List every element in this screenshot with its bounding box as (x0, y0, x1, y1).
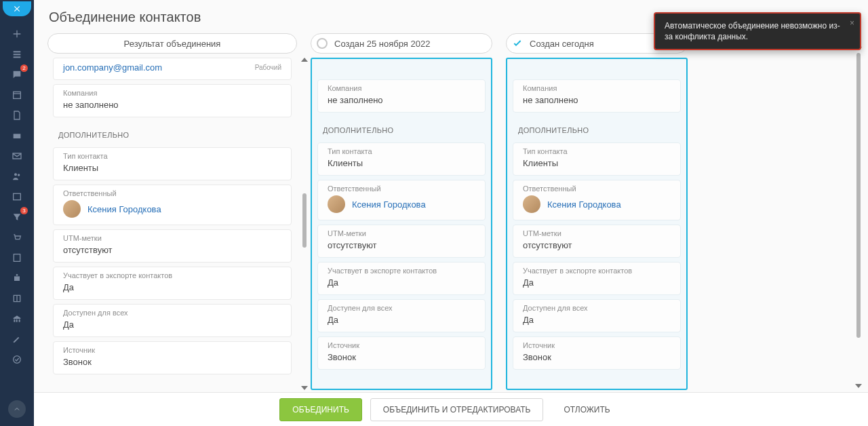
value: не заполнено (328, 95, 475, 105)
error-toast: Автоматическое объединение невозможно из… (654, 12, 861, 50)
plus-icon (12, 28, 22, 39)
email-value[interactable]: jon.company@gmail.com (63, 62, 281, 73)
manager-block: Ксения Городкова (523, 195, 671, 213)
nav-tasks[interactable] (5, 45, 29, 64)
svg-point-10 (16, 274, 18, 276)
nav-robot[interactable] (5, 269, 29, 288)
close-icon (12, 4, 22, 14)
email-type-badge: Рабочий (255, 64, 281, 71)
nav-bank[interactable] (5, 309, 29, 328)
source2-header-label: Создан сегодня (530, 39, 594, 49)
scroll-thumb[interactable] (856, 53, 861, 338)
nav-cart[interactable] (5, 228, 29, 247)
drawer-icon (12, 130, 22, 141)
s1-contact-type[interactable]: Тип контакта Клиенты (317, 142, 486, 176)
svg-rect-2 (14, 56, 21, 58)
funnel-badge: 3 (20, 207, 28, 214)
field-source: Источник Звонок (53, 341, 292, 374)
value: Да (328, 315, 475, 325)
calendar-icon (12, 90, 22, 100)
field-export-value: Да (63, 282, 281, 292)
label: Участвует в экспорте контактов (328, 267, 475, 275)
field-public-label: Доступен для всех (63, 309, 281, 317)
field-company: Компания не заполнено (53, 84, 292, 117)
s2-additional: ДОПОЛНИТЕЛЬНО (507, 117, 686, 138)
label: Участвует в экспорте контактов (523, 267, 671, 275)
s2-company[interactable]: Компания не заполнено (513, 79, 681, 113)
nav-calendar[interactable] (5, 85, 29, 104)
result-header-label: Результат объединения (124, 39, 221, 49)
nav-pen[interactable] (5, 330, 29, 349)
left-sidebar: 2 3 (0, 0, 34, 426)
svg-rect-7 (14, 193, 21, 199)
toast-close-button[interactable]: × (850, 18, 854, 28)
s1-source[interactable]: Источник Звонок (317, 336, 486, 370)
source2-column: Создан сегодня Компания не заполнено ДОП… (506, 33, 688, 390)
s1-responsible[interactable]: Ответственный Ксения Городкова (317, 180, 486, 220)
postpone-button[interactable]: ОТЛОЖИТЬ (551, 398, 622, 421)
field-utm: UTM-метки отсутствуют (53, 229, 292, 263)
s1-public[interactable]: Доступен для всех Да (317, 299, 486, 332)
s2-source[interactable]: Источник Звонок (513, 336, 681, 370)
source1-header-label: Создан 25 ноября 2022 (334, 39, 430, 49)
manager-name: Ксения Городкова (547, 199, 621, 210)
manager-name: Ксения Городкова (352, 199, 426, 210)
s2-utm[interactable]: UTM-метки отсутствуют (513, 225, 681, 258)
label: Тип контакта (328, 147, 475, 155)
svg-rect-0 (14, 51, 21, 52)
s1-export[interactable]: Участвует в экспорте контактов Да (317, 262, 486, 295)
result-scrollbar[interactable] (301, 58, 308, 390)
svg-point-6 (18, 174, 20, 176)
merge-and-edit-button[interactable]: ОБЪЕДИНИТЬ И ОТРЕДАКТИРОВАТЬ (370, 398, 544, 421)
merge-button[interactable]: ОБЪЕДИНИТЬ (279, 398, 362, 421)
result-column-header: Результат объединения (47, 33, 297, 54)
s1-utm[interactable]: UTM-метки отсутствуют (317, 225, 486, 258)
nav-scroll-up[interactable] (8, 400, 26, 418)
sidebar-collapse-button[interactable] (3, 1, 31, 16)
s2-public[interactable]: Доступен для всех Да (513, 299, 681, 332)
svg-rect-4 (14, 134, 21, 138)
s2-contact-type[interactable]: Тип контакта Клиенты (513, 142, 681, 176)
result-column: Результат объединения Рабочий jon.compan… (47, 33, 297, 390)
svg-rect-9 (14, 276, 20, 281)
field-contact-type-label: Тип контакта (63, 152, 281, 160)
field-export: Участвует в экспорте контактов Да (53, 267, 292, 300)
nav-window[interactable] (5, 187, 29, 206)
document-icon (12, 110, 22, 121)
value: Да (523, 315, 671, 325)
check-icon[interactable] (512, 38, 523, 49)
page-scrollbar[interactable] (854, 43, 863, 388)
s2-export[interactable]: Участвует в экспорте контактов Да (513, 262, 681, 295)
value: Звонок (328, 352, 475, 362)
label: Ответственный (328, 185, 475, 193)
nav-book[interactable] (5, 289, 29, 308)
s1-company[interactable]: Компания не заполнено (317, 79, 486, 113)
nav-users[interactable] (5, 167, 29, 186)
source1-header[interactable]: Создан 25 ноября 2022 (311, 33, 492, 54)
scroll-thumb[interactable] (302, 193, 307, 248)
value: Да (328, 277, 475, 288)
nav-contacts[interactable] (5, 248, 29, 267)
nav-check[interactable] (5, 350, 29, 369)
window-icon (12, 191, 22, 202)
svg-point-11 (14, 356, 21, 364)
label: Источник (328, 341, 475, 349)
nav-funnel[interactable]: 3 (5, 208, 29, 227)
nav-add[interactable] (5, 24, 29, 43)
nav-chat[interactable]: 2 (5, 65, 29, 84)
value: отсутствуют (523, 240, 671, 250)
result-column-body: Рабочий jon.company@gmail.com Компания н… (47, 58, 297, 390)
radio-unchecked-icon[interactable] (317, 38, 328, 49)
field-source-label: Источник (63, 346, 281, 354)
manager-block[interactable]: Ксения Городкова (63, 200, 281, 218)
nav-docs[interactable] (5, 106, 29, 125)
chat-badge: 2 (20, 64, 28, 72)
check-circle-icon (12, 354, 22, 365)
s2-responsible[interactable]: Ответственный Ксения Городкова (513, 180, 681, 220)
label: Тип контакта (523, 147, 671, 155)
field-public: Доступен для всех Да (53, 304, 292, 337)
nav-drawer[interactable] (5, 126, 29, 145)
nav-mail[interactable] (5, 147, 29, 166)
email-field: Рабочий jon.company@gmail.com (53, 58, 292, 80)
value: Да (523, 277, 671, 288)
